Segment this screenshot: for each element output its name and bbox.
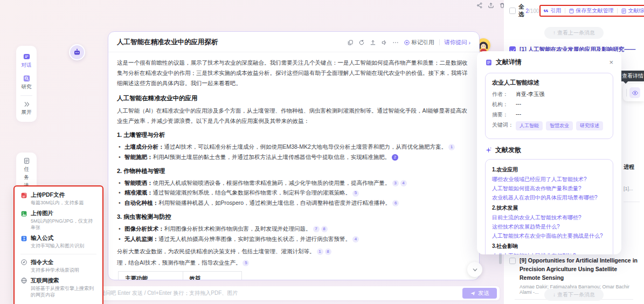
- suggested-question-link[interactable]: 哪些农业领域已经应用了人工智能技术?: [492, 175, 606, 184]
- voice-button[interactable]: [381, 39, 387, 46]
- keyword-tag[interactable]: 人工智能: [516, 121, 543, 130]
- menu-item-desc: 支持多种学术场景说明: [31, 267, 96, 273]
- suggested-question-link[interactable]: 人工智能如何提高农作物产量和质量?: [492, 184, 606, 193]
- upload-button[interactable]: [370, 39, 376, 46]
- chevron-down-icon: [472, 266, 479, 273]
- question-group-title: 1.农业应用: [492, 166, 606, 174]
- section-heading: 3. 病虫害检测与防控: [117, 212, 470, 223]
- select-all-checkbox[interactable]: [509, 8, 516, 14]
- quote-icon: [543, 8, 549, 14]
- task-progress-label-char: 任: [24, 166, 29, 172]
- bullet-item: 自动化种植：利用智能播种机器人，如Prospero，通过检测土壤信息，自动调整种…: [117, 198, 470, 208]
- citation-badge[interactable]: 2: [392, 154, 398, 161]
- action-button-引用[interactable]: 引用: [543, 7, 562, 15]
- partially-covered-line: 理，结合AI技术，预测作物产量，指导农业生产。5: [117, 258, 470, 268]
- panel-actions-annotated: 引用保存至文献管理文献综述: [539, 5, 644, 17]
- share-button[interactable]: [476, 2, 483, 9]
- toolbar-separator: [626, 89, 627, 96]
- suggested-question-link[interactable]: 农业机器人在农田中的具体应用场景有哪些?: [492, 193, 606, 202]
- composer-bar[interactable]: 向文献AI服务平台提问吧 Enter 发送 / Ctrl+Enter 换行；支持…: [40, 286, 500, 300]
- action-button-保存至文献管理[interactable]: 保存至文献管理: [569, 7, 614, 15]
- robot-icon: [73, 48, 81, 57]
- chat-icon: [23, 53, 31, 61]
- citation-badge[interactable]: 8: [325, 248, 331, 255]
- citation-badge[interactable]: 3: [392, 180, 399, 186]
- suggested-question-link[interactable]: 目前主流的农业人工智能技术有哪些?: [492, 213, 606, 222]
- next-message-button[interactable]: ↓ 查看下一条消息: [544, 289, 604, 301]
- suggested-question-link[interactable]: 人工智能技术在农业中面临的主要挑战是什么?: [492, 231, 606, 240]
- sidebar-item-展开[interactable]: 展开: [16, 98, 37, 119]
- mark-citation-button[interactable]: 标记引用: [404, 39, 434, 46]
- send-button[interactable]: 发送: [462, 288, 497, 299]
- document-detail-card: 农业人工智能综述 作者：肖亚-李玉强机构：---摘要：--- 关键词：人工智能智…: [485, 73, 613, 139]
- select-all-label: 全选: [518, 3, 524, 18]
- citation-badge[interactable]: 4: [352, 236, 359, 243]
- plane-icon: [470, 291, 476, 296]
- research-icon: [23, 74, 31, 82]
- partially-covered-line: 分析大量农业数据，为农民提供精准的决策支持，包括土壤管理、灌溉计划等。18: [117, 246, 470, 257]
- action-button-文献综述[interactable]: 文献综述: [621, 7, 644, 15]
- menu-item-上传PDF文件[interactable]: 上传PDF文件每篇30M以内，支持多篇: [20, 191, 96, 206]
- citation-badge[interactable]: 1: [448, 144, 455, 150]
- citation-badge[interactable]: 6: [392, 200, 399, 206]
- menu-item-上传图片[interactable]: 上传图片5M以内的PNG/JPG，仅支持单张: [20, 210, 96, 231]
- view-detail-button[interactable]: [629, 87, 640, 98]
- citation-badge[interactable]: 4: [400, 180, 407, 186]
- citation-badge[interactable]: 7: [313, 226, 320, 232]
- document-title: 农业人工智能综述: [492, 79, 606, 87]
- citation-badge[interactable]: 5: [243, 260, 249, 266]
- bullet-item: 图像分析技术：利用图像分析技术检测作物病虫害，及时发现并处理问题。78: [117, 224, 470, 234]
- menu-item-title: 上传图片: [31, 210, 53, 217]
- action-separator: [565, 8, 565, 13]
- literature-panel-header: 全选 2/100 引用保存至文献管理文献综述 ×: [504, 0, 644, 22]
- detail-row: 作者：肖亚-李玉强: [492, 91, 606, 98]
- citation-badge[interactable]: 1: [317, 248, 323, 255]
- prev-message-button[interactable]: ↑ 查看上一条消息: [544, 27, 604, 39]
- suggested-question-link[interactable]: 这些技术的发展趋势是什么?: [492, 222, 606, 231]
- detail-row: 机构：---: [492, 101, 606, 108]
- sidebar-item-研究[interactable]: 研究: [16, 72, 37, 93]
- keyword-tag[interactable]: 智慧农业: [546, 121, 573, 130]
- scroll-to-bottom-button[interactable]: [467, 262, 482, 277]
- review-icon: [621, 8, 627, 14]
- literature-9-checkbox[interactable]: [509, 258, 516, 264]
- bullet-item: 无人机监测：通过无人机拍摄高分辨率图像，实时监测作物生长状态，并进行病虫害预警。…: [117, 234, 470, 244]
- answer-card-header: 人工智能在精准农业中的应用探析 标记引用 请你提问›: [108, 32, 479, 52]
- answer-title: 人工智能在精准农业中的应用探析: [117, 38, 218, 47]
- ask-question-button[interactable]: 请你提问›: [445, 39, 471, 46]
- citation-badge[interactable]: 8: [321, 226, 328, 232]
- sidebar-item-对话[interactable]: 对话: [16, 50, 37, 72]
- citation-badge[interactable]: 5: [352, 190, 359, 197]
- menu-item-输入公式[interactable]: 输入公式支持手写输入和图片识别: [20, 234, 96, 249]
- left-rail: 对话研究展开: [16, 46, 37, 122]
- keywords-label: 关键词：: [492, 121, 516, 130]
- view-detail-tooltip: 查看详情: [618, 71, 644, 81]
- menu-item-互联网搜索[interactable]: 互联网搜索回答基于从搜索引擎上搜索到的网页内容: [20, 277, 96, 298]
- menu-item-desc: 支持手写输入和图片识别: [31, 243, 96, 249]
- bot-avatar: [69, 44, 85, 60]
- compass-icon: [20, 259, 27, 266]
- voice-icon: [381, 39, 387, 46]
- menu-item-desc: 每篇30M以内，支持多篇: [31, 199, 96, 206]
- suggested-question-link[interactable]: 农业人工智能对农民就业有何影响?: [492, 251, 606, 254]
- sidebar-item-label: 研究: [22, 84, 32, 91]
- menu-item-指令大全[interactable]: 指令大全支持多种学术场景说明: [20, 259, 96, 273]
- doc-icon: [485, 59, 493, 66]
- keyword-tag[interactable]: 研究综述: [576, 121, 603, 130]
- copy-button[interactable]: [347, 39, 354, 46]
- more-icon: [392, 39, 399, 46]
- globe-icon: [20, 277, 27, 284]
- action-separator: [617, 8, 618, 13]
- table-header-cell: 主要功能: [119, 271, 183, 280]
- menu-item-title: 上传PDF文件: [31, 191, 65, 199]
- answer-card: 人工智能在精准农业中的应用探析 标记引用 请你提问› 这是一个很有前瞻性的议题，…: [108, 31, 480, 280]
- sparkle-icon: [485, 147, 492, 154]
- menu-item-title: 输入公式: [31, 234, 53, 242]
- covered-item-title-fragment: 进程: [624, 163, 634, 171]
- more-button[interactable]: [392, 39, 399, 46]
- detail-popup-close-icon[interactable]: ×: [609, 58, 613, 66]
- refresh-button[interactable]: [358, 39, 365, 46]
- composer-placeholder[interactable]: 向文献AI服务平台提问吧 Enter 发送 / Ctrl+Enter 换行；支持…: [57, 289, 462, 297]
- export-button[interactable]: [488, 2, 494, 9]
- rail-divider: [20, 95, 32, 96]
